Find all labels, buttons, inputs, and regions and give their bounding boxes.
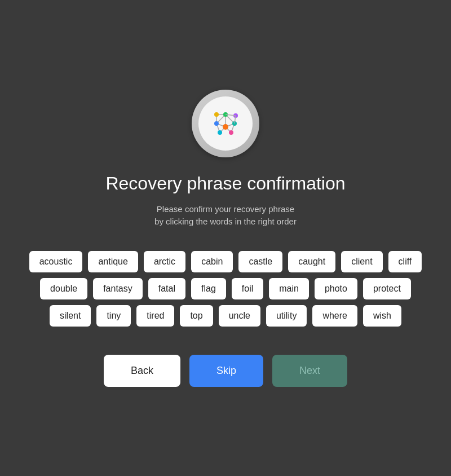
word-chip[interactable]: cabin <box>191 251 233 272</box>
skip-button[interactable]: Skip <box>189 355 263 387</box>
word-chip[interactable]: tired <box>136 305 174 327</box>
word-chip[interactable]: silent <box>50 305 91 327</box>
word-chip[interactable]: wish <box>363 305 401 327</box>
word-chip[interactable]: tiny <box>96 305 131 327</box>
svg-point-13 <box>214 121 219 126</box>
word-chip[interactable]: fantasy <box>93 278 143 299</box>
next-button[interactable]: Next <box>272 355 347 387</box>
word-chip[interactable]: photo <box>315 278 357 299</box>
word-chip[interactable]: main <box>269 278 309 299</box>
word-chip[interactable]: foil <box>232 278 263 299</box>
logo-container <box>192 90 259 157</box>
svg-point-16 <box>229 130 233 135</box>
word-chip[interactable]: uncle <box>219 305 260 327</box>
word-chip[interactable]: arctic <box>144 251 185 272</box>
logo-inner <box>198 96 253 151</box>
word-chip[interactable]: flag <box>191 278 226 299</box>
word-chip[interactable]: where <box>312 305 357 327</box>
word-chip[interactable]: utility <box>266 305 307 327</box>
svg-point-17 <box>214 112 219 117</box>
svg-point-15 <box>218 130 222 135</box>
svg-point-11 <box>223 124 228 130</box>
words-container: acousticantiquearcticcabincastlecaughtcl… <box>28 251 423 327</box>
word-chip[interactable]: client <box>341 251 382 272</box>
network-logo-icon <box>205 103 246 144</box>
word-chip[interactable]: antique <box>88 251 138 272</box>
page-title: Recovery phrase confirmation <box>105 173 345 194</box>
word-chip[interactable]: top <box>180 305 213 327</box>
buttons-row: Back Skip Next <box>104 355 347 387</box>
word-chip[interactable]: acoustic <box>29 251 83 272</box>
word-chip[interactable]: double <box>40 278 87 299</box>
page-subtitle: Please confirm your recovery phrase by c… <box>154 203 297 228</box>
word-chip[interactable]: protect <box>363 278 411 299</box>
word-chip[interactable]: castle <box>238 251 282 272</box>
word-chip[interactable]: caught <box>288 251 335 272</box>
word-chip[interactable]: cliff <box>388 251 422 272</box>
back-button[interactable]: Back <box>104 355 180 387</box>
word-chip[interactable]: fatal <box>148 278 185 299</box>
